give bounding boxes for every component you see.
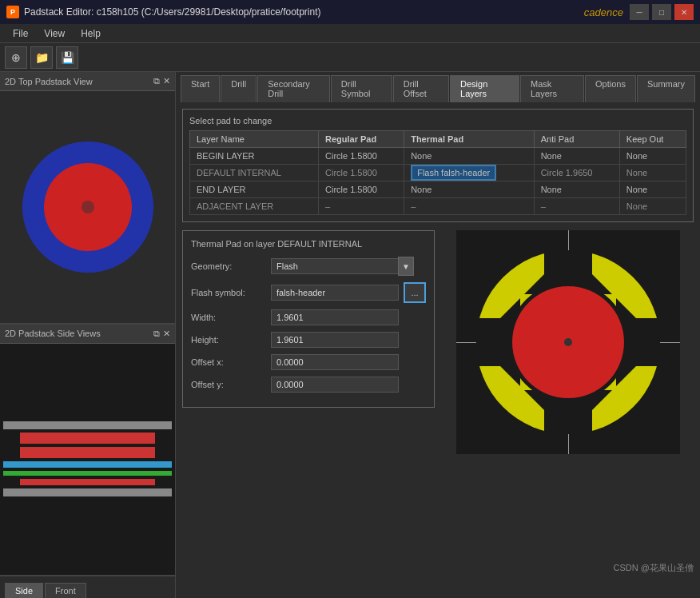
side-panel-controls: ⧉ ✕	[153, 329, 170, 339]
tab-drill[interactable]: Drill	[221, 75, 257, 102]
table-row[interactable]: DEFAULT INTERNAL Circle 1.5800 Flash fal…	[190, 165, 686, 181]
top-view-canvas	[0, 91, 175, 323]
browse-button[interactable]: ...	[404, 282, 426, 303]
restore-side-icon[interactable]: ⧉	[153, 329, 160, 339]
layer-adjacent: ADJACENT LAYER	[190, 198, 319, 215]
height-input[interactable]	[271, 332, 399, 348]
tab-secondary-drill[interactable]: Secondary Drill	[257, 75, 330, 102]
layer-bar-3	[20, 447, 155, 458]
open-button[interactable]: 📁	[30, 46, 53, 69]
geometry-select[interactable]: Flash	[271, 258, 399, 274]
padstack-visualization	[443, 230, 694, 454]
window-controls: ─ □ ✕	[630, 4, 694, 20]
restore-icon[interactable]: ⧉	[153, 76, 160, 86]
right-panel: Start Drill Secondary Drill Drill Symbol…	[176, 72, 700, 598]
menu-help[interactable]: Help	[73, 26, 109, 41]
svg-point-2	[82, 201, 94, 213]
layer-bar-2	[20, 433, 155, 444]
col-keep-out: Keep Out	[619, 131, 686, 148]
col-regular-pad: Regular Pad	[319, 131, 404, 148]
top-padstack-svg	[20, 139, 156, 275]
side-padstack-view: 2D Padstack Side Views ⧉ ✕	[0, 324, 175, 576]
menu-view[interactable]: View	[36, 26, 73, 41]
tab-drill-offset[interactable]: Drill Offset	[393, 75, 449, 102]
thermal-title: Thermal Pad on layer DEFAULT INTERNAL	[191, 239, 426, 249]
window-title: Padstack Editor: c158h105 (C:/Users/2998…	[24, 6, 584, 18]
geometry-dropdown-wrapper: Flash ▼	[271, 257, 414, 276]
regular-default: Circle 1.5800	[319, 165, 404, 181]
anti-end: None	[534, 181, 619, 198]
top-view-header: 2D Top Padstack View ⧉ ✕	[0, 72, 175, 91]
tabs-row: Start Drill Secondary Drill Drill Symbol…	[176, 72, 700, 102]
layer-bar-6	[20, 479, 155, 485]
toolbar: ⊕ 📁 💾	[0, 43, 700, 72]
layer-default: DEFAULT INTERNAL	[190, 165, 319, 181]
keepout-default: None	[619, 165, 686, 181]
offset-y-label: Offset y:	[191, 380, 271, 389]
flash-symbol-row: Flash symbol: ...	[191, 282, 426, 303]
maximize-button[interactable]: □	[652, 4, 671, 20]
thermal-highlight: Flash falsh-header	[411, 165, 496, 181]
app-icon: P	[6, 6, 19, 18]
anti-adjacent: –	[534, 198, 619, 215]
titlebar: P Padstack Editor: c158h105 (C:/Users/29…	[0, 0, 700, 24]
regular-begin: Circle 1.5800	[319, 148, 404, 165]
tab-side[interactable]: Side	[5, 583, 43, 598]
panel-controls: ⧉ ✕	[153, 76, 170, 86]
height-label: Height:	[191, 335, 271, 345]
minimize-button[interactable]: ─	[630, 4, 649, 20]
select-pad-title: Select pad to change	[189, 116, 686, 126]
geometry-dropdown-arrow[interactable]: ▼	[398, 257, 414, 276]
tab-options[interactable]: Options	[585, 75, 636, 102]
cadence-logo: cadence	[584, 6, 623, 18]
tab-summary[interactable]: Summary	[637, 75, 695, 102]
table-row[interactable]: END LAYER Circle 1.5800 None None None	[190, 181, 686, 198]
two-col-section: Thermal Pad on layer DEFAULT INTERNAL Ge…	[182, 230, 694, 454]
flash-symbol-input[interactable]	[271, 285, 399, 301]
thermal-end: None	[404, 181, 535, 198]
layer-bar-4	[3, 461, 172, 468]
table-row[interactable]: BEGIN LAYER Circle 1.5800 None None None	[190, 148, 686, 165]
layer-bar-7	[3, 488, 172, 496]
content-area: Select pad to change Layer Name Regular …	[176, 102, 700, 598]
geometry-label: Geometry:	[191, 261, 271, 271]
table-row[interactable]: ADJACENT LAYER – – – None	[190, 198, 686, 215]
anti-default: Circle 1.9650	[534, 165, 619, 181]
close-button[interactable]: ✕	[674, 4, 694, 20]
tab-start[interactable]: Start	[181, 75, 220, 102]
thermal-box: Thermal Pad on layer DEFAULT INTERNAL Ge…	[182, 230, 435, 408]
tab-drill-symbol[interactable]: Drill Symbol	[331, 75, 392, 102]
watermark: CSDN @花果山圣僧	[614, 562, 694, 574]
side-view-header: 2D Padstack Side Views ⧉ ✕	[0, 325, 175, 344]
tab-mask-layers[interactable]: Mask Layers	[520, 75, 584, 102]
new-button[interactable]: ⊕	[5, 46, 27, 69]
width-input[interactable]	[271, 309, 399, 325]
select-pad-section: Select pad to change Layer Name Regular …	[182, 109, 694, 222]
geometry-row: Geometry: Flash ▼	[191, 257, 426, 276]
pad-vis-svg	[456, 230, 680, 454]
side-view-title: 2D Padstack Side Views	[5, 329, 101, 338]
save-button[interactable]: 💾	[56, 46, 78, 69]
menu-file[interactable]: File	[5, 26, 36, 41]
layer-bar-5	[3, 471, 172, 476]
vis-container	[456, 230, 680, 454]
tab-design-layers[interactable]: Design Layers	[450, 75, 519, 102]
menubar: File View Help	[0, 24, 700, 43]
close-panel-icon[interactable]: ✕	[163, 76, 170, 86]
tab-front[interactable]: Front	[45, 583, 86, 598]
offset-y-input[interactable]	[271, 377, 399, 393]
close-side-icon[interactable]: ✕	[163, 329, 170, 339]
keepout-adjacent: None	[619, 198, 686, 215]
keepout-end: None	[619, 181, 686, 198]
thermal-default: Flash falsh-header	[404, 165, 535, 181]
offset-x-row: Offset x:	[191, 354, 426, 370]
thermal-pad-section: Thermal Pad on layer DEFAULT INTERNAL Ge…	[182, 230, 435, 454]
col-thermal-pad: Thermal Pad	[404, 131, 535, 148]
pad-table: Layer Name Regular Pad Thermal Pad Anti …	[189, 130, 686, 215]
side-view-canvas	[0, 344, 175, 576]
thermal-begin: None	[404, 148, 535, 165]
left-panel: 2D Top Padstack View ⧉ ✕ 2D Padstack Sid…	[0, 72, 176, 598]
keepout-begin: None	[619, 148, 686, 165]
svg-point-18	[564, 338, 572, 346]
offset-x-input[interactable]	[271, 354, 399, 370]
